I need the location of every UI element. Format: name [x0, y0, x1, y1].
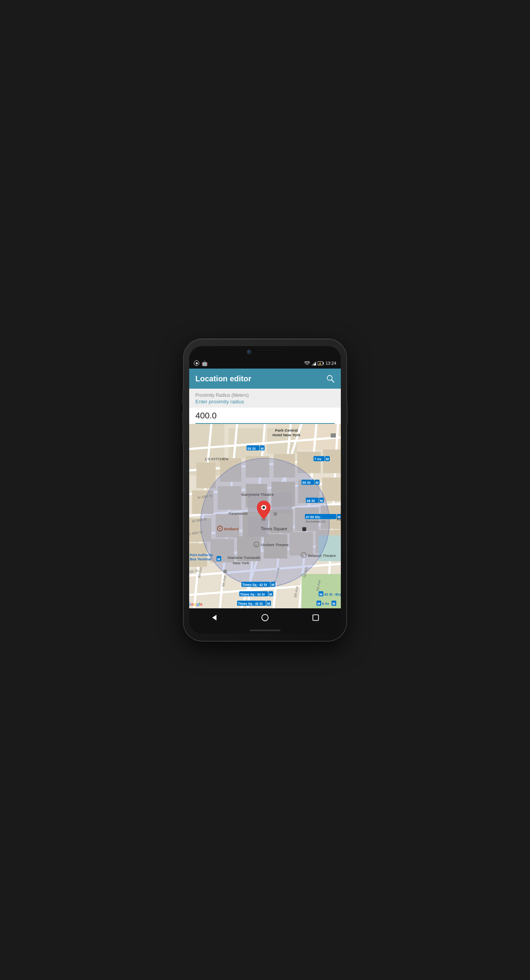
svg-text:Ra: Ra	[337, 517, 341, 521]
svg-rect-27	[197, 463, 216, 488]
svg-text:M: M	[320, 499, 323, 503]
svg-rect-32	[323, 450, 341, 473]
svg-text:Times Sq - 42 St: Times Sq - 42 St	[238, 602, 263, 606]
svg-text:Madame Tussauds: Madame Tussauds	[227, 555, 260, 560]
android-debug-icon: 🤖	[202, 360, 208, 366]
cell-signal-icon	[311, 361, 316, 365]
front-camera	[247, 350, 251, 354]
svg-text:Birdland: Birdland	[224, 527, 239, 531]
svg-text:42 St - Bryant Pk: 42 St - Bryant Pk	[324, 592, 341, 596]
svg-text:47-50 Sts -: 47-50 Sts -	[306, 515, 322, 519]
svg-text:Park Central: Park Central	[275, 428, 298, 432]
home-indicator	[189, 627, 341, 634]
svg-rect-3	[323, 362, 324, 364]
svg-text:New York: New York	[233, 561, 249, 565]
svg-rect-94	[274, 512, 277, 516]
proximity-section: Proximity Radius (Meters) Enter proximit…	[189, 389, 341, 408]
svg-text:Bus Terminal: Bus Terminal	[190, 557, 211, 561]
svg-text:7 Av: 7 Av	[315, 457, 321, 461]
map-container[interactable]: W 49th St W 46th St W 45th St W 40th St …	[189, 424, 341, 608]
svg-rect-105	[223, 570, 227, 573]
svg-rect-96	[303, 527, 306, 531]
home-icon	[261, 613, 269, 622]
svg-text:M: M	[320, 592, 322, 596]
svg-text:M: M	[326, 457, 329, 461]
svg-text:M: M	[317, 602, 320, 606]
svg-rect-69	[331, 433, 336, 437]
svg-text:M: M	[261, 447, 263, 451]
search-icon	[326, 374, 335, 383]
svg-point-139	[262, 615, 268, 621]
notification-circle-icon	[194, 360, 199, 366]
svg-text:Port Authority: Port Authority	[190, 553, 213, 557]
phone-top-bar	[189, 346, 341, 358]
status-left-icons: 🤖	[194, 360, 208, 366]
svg-text:M: M	[316, 481, 318, 485]
svg-rect-38	[322, 478, 341, 501]
proximity-radius-label: Proximity Radius (Meters)	[195, 393, 335, 398]
svg-text:M: M	[217, 557, 220, 561]
svg-text:s: s	[255, 543, 257, 547]
app-screen: Location editor Proximity Radius (Meters…	[189, 369, 341, 608]
bottom-navigation	[189, 608, 341, 627]
status-right-icons: ⚡ 13:24	[304, 361, 336, 365]
app-title: Location editor	[195, 374, 251, 383]
svg-text:s: s	[303, 554, 304, 558]
search-button[interactable]	[326, 374, 335, 383]
battery-icon: ⚡	[318, 361, 324, 365]
phone-screen: 🤖 ⚡	[189, 346, 341, 634]
svg-text:50 St: 50 St	[248, 447, 256, 451]
app-bar: Location editor	[189, 369, 341, 389]
recents-icon	[311, 613, 320, 622]
svg-text:Barrymore Theatre: Barrymore Theatre	[241, 492, 274, 497]
phone-device: 🤖 ⚡	[184, 339, 346, 641]
svg-line-6	[332, 380, 334, 382]
svg-point-136	[262, 506, 265, 509]
svg-text:L'S KITCHEN: L'S KITCHEN	[205, 457, 229, 461]
svg-marker-138	[212, 615, 217, 621]
home-button[interactable]	[257, 610, 273, 625]
svg-text:M: M	[269, 592, 272, 596]
recents-button[interactable]	[308, 610, 323, 625]
proximity-value-section: 400.0	[189, 408, 341, 424]
svg-text:Paramount: Paramount	[229, 511, 248, 516]
svg-text:Times Sq - 42 St: Times Sq - 42 St	[240, 592, 265, 596]
back-button[interactable]	[207, 610, 222, 625]
proximity-value-input[interactable]: 400.0	[195, 411, 335, 424]
svg-text:Google: Google	[189, 602, 203, 606]
svg-text:Hotel New York: Hotel New York	[272, 433, 301, 437]
back-icon	[210, 613, 219, 622]
svg-text:Times Sq - 42 St: Times Sq - 42 St	[242, 583, 267, 587]
svg-text:M: M	[332, 602, 335, 606]
home-bar	[250, 630, 280, 631]
earpiece-speaker	[256, 351, 283, 353]
svg-text:M: M	[267, 602, 270, 606]
svg-text:T: T	[219, 527, 221, 531]
proximity-hint: Enter proximity radius	[195, 399, 335, 405]
svg-rect-140	[313, 615, 318, 621]
svg-text:Belasco Theatre: Belasco Theatre	[308, 553, 336, 558]
status-bar: 🤖 ⚡	[189, 358, 341, 369]
svg-text:⚡: ⚡	[318, 362, 322, 365]
wifi-icon	[304, 361, 310, 365]
svg-text:50 St: 50 St	[303, 481, 311, 485]
map-view[interactable]: W 49th St W 46th St W 45th St W 40th St …	[189, 424, 341, 608]
svg-text:5 Av: 5 Av	[322, 602, 329, 606]
clock-time: 13:24	[325, 361, 336, 365]
svg-text:Times Square: Times Square	[261, 526, 287, 531]
svg-text:49 St: 49 St	[307, 499, 315, 503]
svg-text:Rockefeller Ctr: Rockefeller Ctr	[306, 520, 326, 523]
svg-text:Shubert Theatre: Shubert Theatre	[261, 543, 289, 547]
svg-text:M: M	[272, 583, 274, 587]
